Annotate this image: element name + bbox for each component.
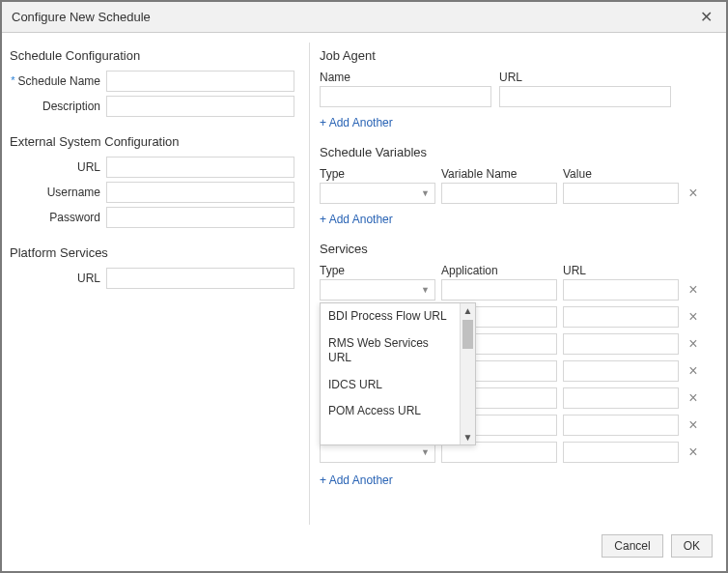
- schedule-variables-headers: Type Variable Name Value: [320, 167, 718, 181]
- ext-username-label: Username: [10, 186, 106, 199]
- schedule-name-row: *Schedule Name: [10, 71, 297, 92]
- svc-add-another-link[interactable]: + Add Another: [320, 473, 393, 487]
- service-row: ▼ BDI Process Flow URL RMS Web Services …: [320, 279, 718, 301]
- close-icon[interactable]: ✕: [696, 10, 716, 25]
- remove-row-icon[interactable]: ×: [685, 363, 702, 379]
- ext-password-input[interactable]: [106, 207, 294, 228]
- svc-url-input[interactable]: [563, 333, 679, 355]
- sv-add-another-link[interactable]: + Add Another: [320, 213, 393, 226]
- dialog-body: Schedule Configuration *Schedule Name De…: [2, 33, 726, 525]
- sv-name-header: Variable Name: [441, 167, 563, 181]
- svc-url-input[interactable]: [563, 415, 679, 436]
- dropdown-option[interactable]: IDCS URL: [328, 378, 452, 393]
- schedule-name-input[interactable]: [106, 71, 294, 92]
- platform-url-label: URL: [10, 272, 106, 285]
- scroll-track[interactable]: [461, 318, 475, 430]
- svc-url-input[interactable]: [563, 279, 679, 301]
- dropdown-scrollbar[interactable]: ▲ ▼: [460, 303, 475, 444]
- dropdown-option[interactable]: POM Access URL: [328, 404, 452, 419]
- services-table: ▼ BDI Process Flow URL RMS Web Services …: [320, 279, 718, 463]
- dialog-window: Configure New Schedule ✕ Schedule Config…: [0, 0, 728, 573]
- job-agent-url-input[interactable]: [499, 86, 671, 107]
- job-agent-heading: Job Agent: [320, 48, 718, 63]
- platform-url-input[interactable]: [106, 268, 294, 289]
- job-agent-name-input[interactable]: [320, 86, 491, 107]
- sv-value-input[interactable]: [563, 183, 679, 204]
- description-input[interactable]: [106, 96, 294, 117]
- sv-type-header: Type: [320, 167, 441, 181]
- svc-type-header: Type: [320, 264, 441, 277]
- schedule-name-label: *Schedule Name: [10, 74, 106, 88]
- schedule-config-heading: Schedule Configuration: [10, 48, 297, 63]
- dialog-footer: Cancel OK: [2, 525, 726, 571]
- dropdown-items: BDI Process Flow URL RMS Web Services UR…: [321, 303, 460, 444]
- job-agent-add-another-link[interactable]: + Add Another: [320, 116, 393, 129]
- svc-url-input[interactable]: [563, 360, 679, 382]
- svc-url-header: URL: [563, 264, 718, 277]
- job-agent-url-header: URL: [499, 71, 718, 84]
- ok-button[interactable]: OK: [671, 534, 713, 558]
- sv-type-select[interactable]: [320, 183, 435, 204]
- remove-row-icon[interactable]: ×: [685, 444, 702, 460]
- ext-url-input[interactable]: [106, 157, 294, 178]
- job-agent-row: [320, 86, 718, 107]
- scroll-up-icon[interactable]: ▲: [463, 303, 473, 318]
- titlebar: Configure New Schedule ✕: [2, 2, 726, 33]
- platform-url-row: URL: [10, 268, 297, 289]
- external-system-heading: External System Configuration: [10, 134, 297, 149]
- description-row: Description: [10, 96, 297, 117]
- services-heading: Services: [320, 242, 718, 256]
- ext-url-row: URL: [10, 157, 297, 178]
- required-mark-icon: *: [11, 74, 14, 86]
- ext-username-input[interactable]: [106, 182, 294, 203]
- svc-type-select[interactable]: [320, 279, 435, 301]
- sv-value-header: Value: [563, 167, 718, 181]
- sv-name-input[interactable]: [441, 183, 557, 204]
- services-headers: Type Application URL: [320, 264, 718, 277]
- svc-app-header: Application: [441, 264, 563, 277]
- ext-username-row: Username: [10, 182, 297, 203]
- svc-type-dropdown: BDI Process Flow URL RMS Web Services UR…: [320, 302, 476, 445]
- description-label: Description: [10, 100, 106, 113]
- cancel-button[interactable]: Cancel: [602, 534, 662, 558]
- dialog-title: Configure New Schedule: [12, 10, 696, 24]
- scroll-down-icon[interactable]: ▼: [463, 430, 473, 444]
- dropdown-option[interactable]: BDI Process Flow URL: [328, 309, 452, 325]
- schedule-variable-row: ▼ ×: [320, 183, 718, 204]
- ext-password-label: Password: [10, 211, 106, 224]
- svc-url-input[interactable]: [563, 306, 679, 328]
- schedule-variables-heading: Schedule Variables: [320, 145, 718, 159]
- remove-row-icon[interactable]: ×: [685, 417, 702, 433]
- left-column: Schedule Configuration *Schedule Name De…: [10, 43, 309, 525]
- remove-row-icon[interactable]: ×: [685, 282, 702, 298]
- remove-row-icon[interactable]: ×: [685, 309, 702, 325]
- right-column: Job Agent Name URL + Add Another Schedul…: [309, 43, 718, 525]
- remove-row-icon[interactable]: ×: [685, 390, 702, 406]
- remove-row-icon[interactable]: ×: [685, 186, 702, 201]
- svc-app-input[interactable]: [441, 279, 557, 301]
- svc-url-input[interactable]: [563, 387, 679, 409]
- ext-url-label: URL: [10, 160, 106, 174]
- scroll-thumb[interactable]: [462, 320, 473, 349]
- job-agent-headers: Name URL: [320, 71, 718, 84]
- remove-row-icon[interactable]: ×: [685, 336, 702, 352]
- svc-url-input[interactable]: [563, 442, 679, 463]
- dropdown-option[interactable]: RMS Web Services URL: [328, 336, 452, 366]
- ext-password-row: Password: [10, 207, 297, 228]
- job-agent-name-header: Name: [320, 71, 499, 84]
- platform-services-heading: Platform Services: [10, 245, 297, 260]
